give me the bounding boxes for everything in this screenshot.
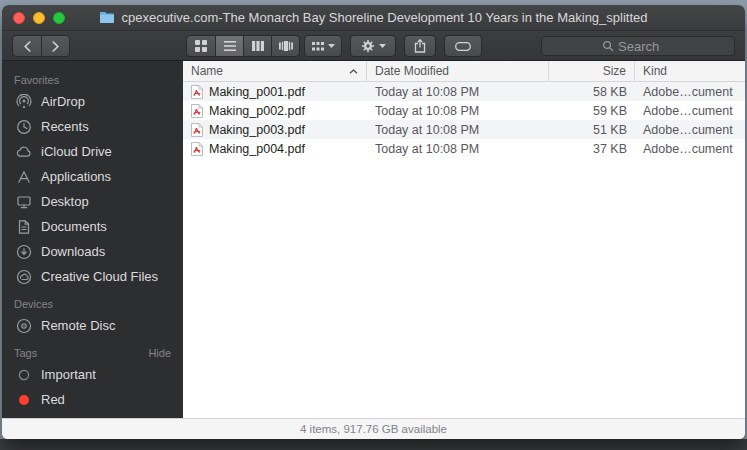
list-view-button[interactable] bbox=[215, 36, 243, 56]
column-header-kind[interactable]: Kind bbox=[635, 61, 745, 81]
search-icon bbox=[602, 40, 614, 52]
column-view-icon bbox=[252, 41, 264, 51]
finder-window: cpexecutive.com-The Monarch Bay Shorelin… bbox=[2, 5, 745, 439]
forward-button[interactable] bbox=[41, 36, 69, 56]
column-header-size[interactable]: Size bbox=[549, 61, 635, 81]
sidebar-item-tag-important[interactable]: Important bbox=[2, 362, 183, 387]
chevron-left-icon bbox=[24, 41, 31, 52]
column-header-date-modified[interactable]: Date Modified bbox=[367, 61, 549, 81]
sidebar-item-label: Remote Disc bbox=[41, 318, 115, 333]
file-name: Making_p002.pdf bbox=[209, 104, 305, 118]
file-size: 58 KB bbox=[549, 85, 635, 99]
pdf-file-icon bbox=[191, 142, 203, 156]
sidebar-item-recents[interactable]: Recents bbox=[2, 114, 183, 139]
desktop-icon bbox=[15, 194, 33, 210]
sidebar-item-label: Creative Cloud Files bbox=[41, 269, 158, 284]
section-label: Favorites bbox=[14, 74, 59, 86]
sidebar: Favorites AirDrop Recents iCloud Drive bbox=[2, 61, 183, 418]
view-switcher bbox=[186, 35, 300, 57]
pdf-file-icon bbox=[191, 85, 203, 99]
share-button[interactable] bbox=[404, 35, 436, 57]
coverflow-view-button[interactable] bbox=[271, 36, 299, 56]
title-bar[interactable]: cpexecutive.com-The Monarch Bay Shorelin… bbox=[2, 5, 745, 31]
file-kind: Adobe…cument bbox=[635, 104, 745, 118]
file-date: Today at 10:08 PM bbox=[367, 104, 549, 118]
group-icon bbox=[312, 42, 324, 51]
tag-button[interactable] bbox=[444, 35, 482, 57]
close-button[interactable] bbox=[13, 12, 25, 24]
file-name: Making_p003.pdf bbox=[209, 123, 305, 137]
file-row[interactable]: Making_p004.pdf Today at 10:08 PM 37 KB … bbox=[183, 139, 745, 158]
window-title-wrap: cpexecutive.com-The Monarch Bay Shorelin… bbox=[99, 10, 647, 25]
documents-icon bbox=[15, 219, 33, 235]
sidebar-item-label: Important bbox=[41, 367, 96, 382]
tag-icon bbox=[455, 42, 471, 51]
file-row[interactable]: Making_p003.pdf Today at 10:08 PM 51 KB … bbox=[183, 120, 745, 139]
downloads-icon bbox=[15, 244, 33, 260]
column-view-button[interactable] bbox=[243, 36, 271, 56]
folder-proxy-icon[interactable] bbox=[99, 11, 115, 24]
section-label: Devices bbox=[14, 298, 53, 310]
share-icon bbox=[414, 39, 426, 53]
file-row[interactable]: Making_p002.pdf Today at 10:08 PM 59 KB … bbox=[183, 101, 745, 120]
toolbar bbox=[2, 31, 745, 61]
coverflow-view-icon bbox=[279, 41, 293, 51]
file-date: Today at 10:08 PM bbox=[367, 142, 549, 156]
zoom-button[interactable] bbox=[53, 12, 65, 24]
sidebar-item-label: Recents bbox=[41, 119, 89, 134]
pdf-file-icon bbox=[191, 123, 203, 137]
sidebar-item-label: Documents bbox=[41, 219, 107, 234]
file-name-cell: Making_p002.pdf bbox=[183, 104, 367, 118]
group-button[interactable] bbox=[304, 35, 342, 57]
file-date: Today at 10:08 PM bbox=[367, 85, 549, 99]
column-label: Date Modified bbox=[375, 64, 449, 78]
icon-view-button[interactable] bbox=[187, 36, 215, 56]
status-bar: 4 items, 917.76 GB available bbox=[2, 418, 745, 439]
file-size: 51 KB bbox=[549, 123, 635, 137]
column-header-name[interactable]: Name bbox=[183, 61, 367, 81]
sidebar-item-remote-disc[interactable]: Remote Disc bbox=[2, 313, 183, 338]
sidebar-item-label: AirDrop bbox=[41, 94, 85, 109]
sidebar-item-icloud-drive[interactable]: iCloud Drive bbox=[2, 139, 183, 164]
sidebar-item-tag-red[interactable]: Red bbox=[2, 387, 183, 412]
file-list-pane: Name Date Modified Size Kind bbox=[183, 61, 745, 418]
sidebar-item-label: Red bbox=[41, 392, 65, 407]
list-header: Name Date Modified Size Kind bbox=[183, 61, 745, 82]
desktop-bottom-strip bbox=[0, 439, 747, 450]
file-kind: Adobe…cument bbox=[635, 123, 745, 137]
traffic-lights bbox=[13, 12, 65, 24]
sidebar-item-creative-cloud-files[interactable]: Creative Cloud Files bbox=[2, 264, 183, 289]
search-field[interactable] bbox=[541, 36, 735, 56]
navigation-buttons bbox=[12, 35, 70, 57]
file-rows: Making_p001.pdf Today at 10:08 PM 58 KB … bbox=[183, 82, 745, 418]
sidebar-item-airdrop[interactable]: AirDrop bbox=[2, 89, 183, 114]
sidebar-item-desktop[interactable]: Desktop bbox=[2, 189, 183, 214]
sidebar-item-documents[interactable]: Documents bbox=[2, 214, 183, 239]
file-name-cell: Making_p004.pdf bbox=[183, 142, 367, 156]
search-input[interactable] bbox=[618, 39, 674, 54]
list-view-icon bbox=[224, 41, 236, 51]
file-name: Making_p004.pdf bbox=[209, 142, 305, 156]
hide-tags-button[interactable]: Hide bbox=[148, 347, 171, 359]
action-button[interactable] bbox=[350, 35, 396, 57]
sidebar-item-label: Applications bbox=[41, 169, 111, 184]
file-name-cell: Making_p001.pdf bbox=[183, 85, 367, 99]
chevron-right-icon bbox=[52, 41, 59, 52]
file-name: Making_p001.pdf bbox=[209, 85, 305, 99]
creative-cloud-icon bbox=[15, 269, 33, 285]
sidebar-section-tags: Tags Hide bbox=[2, 338, 183, 362]
chevron-down-icon bbox=[379, 44, 386, 48]
back-button[interactable] bbox=[13, 36, 41, 56]
tag-circle-gray-icon bbox=[15, 367, 33, 383]
section-label: Tags bbox=[14, 347, 37, 359]
applications-icon bbox=[15, 169, 33, 185]
sidebar-section-favorites: Favorites bbox=[2, 65, 183, 89]
minimize-button[interactable] bbox=[33, 12, 45, 24]
file-row[interactable]: Making_p001.pdf Today at 10:08 PM 58 KB … bbox=[183, 82, 745, 101]
sidebar-item-applications[interactable]: Applications bbox=[2, 164, 183, 189]
column-label: Kind bbox=[643, 64, 667, 78]
file-size: 59 KB bbox=[549, 104, 635, 118]
window-title: cpexecutive.com-The Monarch Bay Shorelin… bbox=[121, 10, 647, 25]
window-content: Favorites AirDrop Recents iCloud Drive bbox=[2, 61, 745, 418]
sidebar-item-downloads[interactable]: Downloads bbox=[2, 239, 183, 264]
